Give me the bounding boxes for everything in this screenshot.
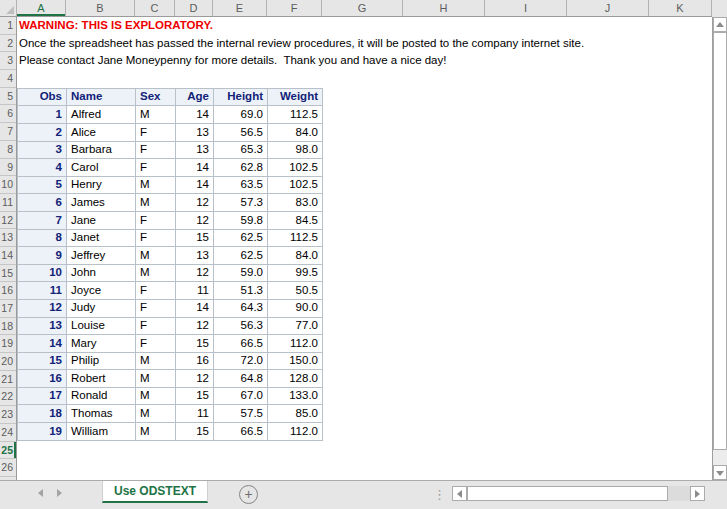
row-header-25[interactable]: 25 <box>0 442 16 460</box>
row-header-5[interactable]: 5 <box>0 88 16 106</box>
cell-weight[interactable]: 77.0 <box>268 317 323 335</box>
cell-sex[interactable]: F <box>136 229 176 247</box>
row-header-6[interactable]: 6 <box>0 105 16 123</box>
cell-height[interactable]: 64.3 <box>214 299 268 317</box>
cell-obs[interactable]: 12 <box>18 299 67 317</box>
column-header-J[interactable]: J <box>567 0 649 16</box>
scroll-right-button[interactable] <box>690 486 705 501</box>
cell-weight[interactable]: 102.5 <box>268 159 323 177</box>
cell-sex[interactable]: F <box>136 159 176 177</box>
cell-weight[interactable]: 133.0 <box>268 387 323 405</box>
row-header-18[interactable]: 18 <box>0 318 16 336</box>
cell-obs[interactable]: 6 <box>18 194 67 212</box>
cell-name[interactable]: Barbara <box>67 141 136 159</box>
cell-sex[interactable]: F <box>136 317 176 335</box>
row-header-19[interactable]: 19 <box>0 335 16 353</box>
column-header-G[interactable]: G <box>322 0 403 16</box>
cell-height[interactable]: 72.0 <box>214 352 268 370</box>
cell-sex[interactable]: M <box>136 264 176 282</box>
cell-height[interactable]: 62.5 <box>214 247 268 265</box>
table-col-header-weight[interactable]: Weight <box>268 88 323 106</box>
cell-obs[interactable]: 10 <box>18 264 67 282</box>
cell-age[interactable]: 15 <box>176 335 214 353</box>
cell-sex[interactable]: M <box>136 247 176 265</box>
cell-age[interactable]: 12 <box>176 194 214 212</box>
cell-height[interactable]: 64.8 <box>214 370 268 388</box>
cell-sex[interactable]: F <box>136 282 176 300</box>
cell-weight[interactable]: 83.0 <box>268 194 323 212</box>
cell-sex[interactable]: F <box>136 141 176 159</box>
cell-obs[interactable]: 7 <box>18 211 67 229</box>
cell-name[interactable]: Jeffrey <box>67 247 136 265</box>
cell-contact-text[interactable]: Please contact Jane Moneypenny for more … <box>19 52 446 70</box>
table-col-header-age[interactable]: Age <box>176 88 214 106</box>
cell-name[interactable]: Robert <box>67 370 136 388</box>
column-header-D[interactable]: D <box>175 0 213 16</box>
cell-age[interactable]: 12 <box>176 264 214 282</box>
tab-use-odstext[interactable]: Use ODSTEXT <box>102 481 208 503</box>
vertical-scroll-thumb[interactable] <box>713 32 727 450</box>
sheet-canvas[interactable]: WARNING: THIS IS EXPLORATORY. Once the s… <box>17 17 712 480</box>
cell-name[interactable]: Louise <box>67 317 136 335</box>
column-header-I[interactable]: I <box>485 0 567 16</box>
cell-name[interactable]: Carol <box>67 159 136 177</box>
select-all-corner[interactable] <box>0 0 17 16</box>
cell-age[interactable]: 11 <box>176 282 214 300</box>
cell-weight[interactable]: 84.5 <box>268 211 323 229</box>
column-header-K[interactable]: K <box>649 0 712 16</box>
cell-name[interactable]: Henry <box>67 176 136 194</box>
row-header-7[interactable]: 7 <box>0 123 16 141</box>
cell-name[interactable]: Thomas <box>67 405 136 423</box>
cell-age[interactable]: 12 <box>176 370 214 388</box>
cell-age[interactable]: 14 <box>176 159 214 177</box>
cell-age[interactable]: 14 <box>176 299 214 317</box>
row-header-9[interactable]: 9 <box>0 159 16 177</box>
row-header-12[interactable]: 12 <box>0 212 16 230</box>
cell-height[interactable]: 51.3 <box>214 282 268 300</box>
cell-weight[interactable]: 112.0 <box>268 423 323 441</box>
column-header-B[interactable]: B <box>66 0 135 16</box>
tab-scrollbar-splitter[interactable]: ⋮ <box>433 486 446 504</box>
cell-age[interactable]: 16 <box>176 352 214 370</box>
cell-sex[interactable]: M <box>136 194 176 212</box>
cell-sex[interactable]: M <box>136 370 176 388</box>
row-header-11[interactable]: 11 <box>0 194 16 212</box>
cell-name[interactable]: Joyce <box>67 282 136 300</box>
cell-height[interactable]: 66.5 <box>214 335 268 353</box>
row-header-14[interactable]: 14 <box>0 247 16 265</box>
cell-age[interactable]: 13 <box>176 141 214 159</box>
row-header-23[interactable]: 23 <box>0 406 16 424</box>
cell-weight[interactable]: 50.5 <box>268 282 323 300</box>
cell-name[interactable]: James <box>67 194 136 212</box>
cell-height[interactable]: 56.5 <box>214 123 268 141</box>
cell-warning-text[interactable]: WARNING: THIS IS EXPLORATORY. <box>19 17 213 35</box>
cell-obs[interactable]: 1 <box>18 106 67 124</box>
next-sheet-button[interactable] <box>57 489 62 497</box>
cell-age[interactable]: 15 <box>176 387 214 405</box>
cell-review-text[interactable]: Once the spreadsheet has passed the inte… <box>19 35 584 53</box>
cell-obs[interactable]: 5 <box>18 176 67 194</box>
cell-obs[interactable]: 4 <box>18 159 67 177</box>
column-header-A[interactable]: A <box>17 0 66 16</box>
cell-height[interactable]: 59.0 <box>214 264 268 282</box>
row-header-17[interactable]: 17 <box>0 300 16 318</box>
table-col-header-sex[interactable]: Sex <box>136 88 176 106</box>
scroll-left-button[interactable] <box>452 486 467 501</box>
row-header-20[interactable]: 20 <box>0 353 16 371</box>
cell-sex[interactable]: M <box>136 405 176 423</box>
cell-obs[interactable]: 2 <box>18 123 67 141</box>
cell-height[interactable]: 69.0 <box>214 106 268 124</box>
column-header-C[interactable]: C <box>135 0 175 16</box>
cell-name[interactable]: Alfred <box>67 106 136 124</box>
table-col-header-height[interactable]: Height <box>214 88 268 106</box>
row-header-1[interactable]: 1 <box>0 17 16 35</box>
cell-weight[interactable]: 84.0 <box>268 247 323 265</box>
horizontal-scroll-thumb[interactable] <box>467 486 668 501</box>
new-sheet-button[interactable]: + <box>239 485 258 504</box>
cell-sex[interactable]: M <box>136 387 176 405</box>
cell-weight[interactable]: 84.0 <box>268 123 323 141</box>
row-header-3[interactable]: 3 <box>0 52 16 70</box>
cell-sex[interactable]: F <box>136 299 176 317</box>
cell-weight[interactable]: 102.5 <box>268 176 323 194</box>
cell-weight[interactable]: 85.0 <box>268 405 323 423</box>
